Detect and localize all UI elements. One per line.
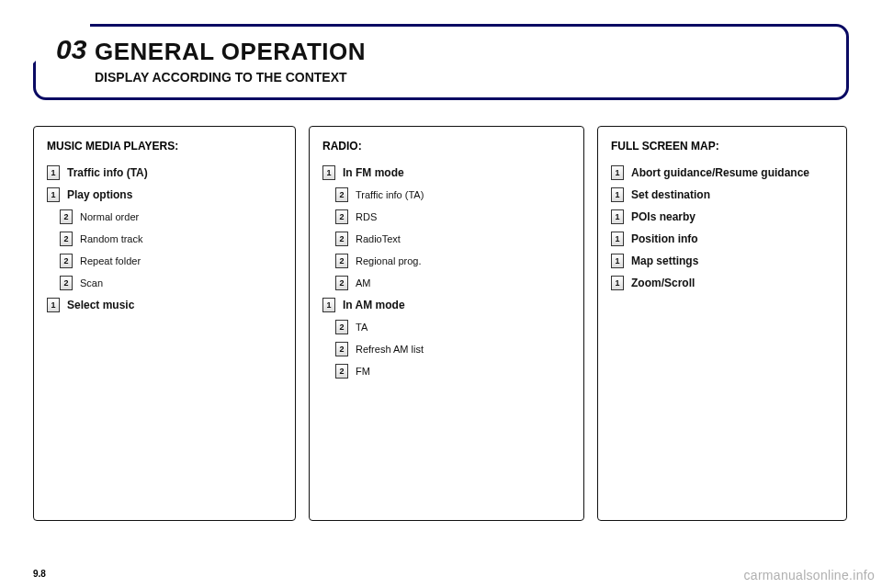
level-badge: 2 [60, 209, 73, 224]
item-label: Play options [67, 188, 132, 201]
item-label: In FM mode [343, 166, 404, 179]
item-label: TA [356, 322, 368, 333]
level-badge: 1 [611, 276, 624, 290]
level-badge: 1 [47, 187, 60, 202]
level-badge: 1 [322, 298, 335, 312]
item-label: Normal order [80, 211, 139, 222]
level-badge: 1 [611, 232, 624, 246]
item-label: Zoom/Scroll [631, 277, 695, 289]
item-label: Traffic info (TA) [67, 166, 148, 179]
list-item: 1POIs nearby [611, 209, 835, 224]
level-badge: 1 [47, 165, 60, 180]
level-badge: 1 [611, 254, 624, 268]
list-item: 1In FM mode [322, 165, 572, 180]
level-badge: 2 [60, 232, 73, 246]
page-subtitle: DISPLAY ACCORDING TO THE CONTEXT [95, 70, 830, 85]
list-item: 2Traffic info (TA) [335, 187, 572, 202]
item-label: Traffic info (TA) [356, 189, 424, 200]
page-number: 9.8 [33, 569, 46, 579]
level-badge: 2 [335, 187, 348, 202]
item-label: Regional prog. [356, 255, 422, 266]
list-item: 1In AM mode [322, 298, 572, 312]
list-item: 2Scan [60, 276, 284, 290]
column-radio: RADIO: 1In FM mode 2Traffic info (TA) 2R… [309, 126, 584, 521]
level-badge: 2 [60, 254, 73, 268]
item-label: Scan [80, 277, 103, 288]
level-badge: 2 [335, 342, 348, 356]
list-item: 1Abort guidance/Resume guidance [611, 165, 835, 180]
column-music: MUSIC MEDIA PLAYERS: 1Traffic info (TA) … [33, 126, 296, 521]
item-label: Refresh AM list [356, 344, 424, 355]
list-item: 2TA [335, 320, 572, 334]
list-item: 1Play options [47, 187, 284, 202]
item-label: Position info [631, 232, 698, 245]
item-label: RDS [356, 211, 377, 222]
item-label: Random track [80, 233, 142, 244]
columns: MUSIC MEDIA PLAYERS: 1Traffic info (TA) … [33, 126, 849, 521]
column-title: FULL SCREEN MAP: [611, 140, 835, 153]
list-item: 2RDS [335, 209, 572, 224]
list-item: 2RadioText [335, 232, 572, 246]
item-label: FM [356, 366, 370, 377]
list-item: 2Repeat folder [60, 254, 284, 268]
page-title: GENERAL OPERATION [95, 38, 830, 66]
list-item: 2Refresh AM list [335, 342, 572, 356]
item-label: In AM mode [343, 299, 405, 311]
item-label: POIs nearby [631, 210, 695, 223]
column-map: FULL SCREEN MAP: 1Abort guidance/Resume … [597, 126, 847, 521]
level-badge: 2 [335, 254, 348, 268]
list-item: 2Regional prog. [335, 254, 572, 268]
section-number: 03 [56, 34, 86, 65]
list-item: 1Position info [611, 232, 835, 246]
list-item: 2AM [335, 276, 572, 290]
level-badge: 1 [47, 298, 60, 312]
level-badge: 2 [335, 364, 348, 379]
level-badge: 2 [335, 209, 348, 224]
column-title: RADIO: [322, 140, 572, 153]
list-item: 1Traffic info (TA) [47, 165, 284, 180]
level-badge: 1 [611, 187, 624, 202]
item-label: AM [356, 277, 371, 288]
column-title: MUSIC MEDIA PLAYERS: [47, 140, 284, 153]
manual-page: 03 GENERAL OPERATION DISPLAY ACCORDING T… [0, 0, 882, 588]
list-item: 2Normal order [60, 209, 284, 224]
list-item: 1Zoom/Scroll [611, 276, 835, 290]
level-badge: 1 [322, 165, 335, 180]
item-label: Abort guidance/Resume guidance [631, 166, 809, 179]
item-label: Map settings [631, 254, 698, 267]
level-badge: 2 [335, 232, 348, 246]
item-label: Select music [67, 299, 134, 311]
level-badge: 2 [335, 320, 348, 334]
level-badge: 2 [335, 276, 348, 290]
list-item: 1Map settings [611, 254, 835, 268]
list-item: 1Select music [47, 298, 284, 312]
level-badge: 2 [60, 276, 73, 290]
item-label: RadioText [356, 233, 401, 244]
level-badge: 1 [611, 165, 624, 180]
list-item: 2FM [335, 364, 572, 379]
list-item: 1Set destination [611, 187, 835, 202]
header-box: 03 GENERAL OPERATION DISPLAY ACCORDING T… [33, 24, 849, 100]
list-item: 2Random track [60, 232, 284, 246]
watermark: carmanualsonline.info [744, 568, 876, 582]
item-label: Repeat folder [80, 255, 141, 266]
level-badge: 1 [611, 209, 624, 224]
item-label: Set destination [631, 188, 710, 201]
